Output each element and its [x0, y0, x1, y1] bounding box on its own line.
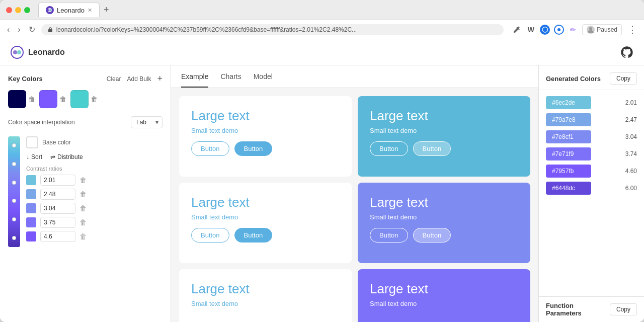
ratio-input-4[interactable]	[40, 217, 75, 228]
ratio-delete-5[interactable]: 🗑	[79, 232, 87, 240]
forward-button[interactable]: ›	[16, 24, 22, 35]
card-1-button-2[interactable]: Button	[234, 141, 273, 156]
card-2-large-text: Large text	[370, 108, 518, 124]
add-bulk-link[interactable]: Add Bulk	[127, 75, 151, 83]
ratio-input-5[interactable]	[40, 231, 75, 242]
card-4-button-2[interactable]: Button	[413, 228, 451, 243]
ratio-delete-2[interactable]: 🗑	[79, 190, 87, 198]
ratio-input-3[interactable]	[40, 203, 75, 214]
ratio-swatch-1[interactable]	[26, 175, 36, 185]
add-color-button[interactable]: +	[157, 73, 163, 84]
sort-button[interactable]: ↓ Sort	[26, 153, 42, 160]
target-icon[interactable]	[554, 25, 564, 35]
browser-window: Leonardo ✕ + ‹ › ↻ leonardocolor.io/?col…	[0, 0, 644, 322]
interpolation-row: Color space interpolation Lab LCH HSL RG…	[8, 116, 163, 128]
key-colors-header: Key Colors Clear Add Bulk +	[8, 73, 163, 84]
card-4-button-1[interactable]: Button	[370, 228, 408, 243]
ratio-input-2[interactable]	[40, 189, 75, 200]
preview-card-4: Large text Small text demo Button Button	[358, 183, 530, 263]
ratio-delete-1[interactable]: 🗑	[79, 176, 87, 184]
ratio-delete-3[interactable]: 🗑	[79, 204, 87, 212]
ratio-row-2: 🗑	[26, 189, 163, 200]
ramp-dots	[8, 136, 20, 247]
ramp-dot	[12, 217, 16, 221]
generated-colors-header: Generated Colors Copy	[539, 65, 644, 90]
clear-link[interactable]: Clear	[107, 75, 121, 83]
maximize-traffic-light[interactable]	[24, 7, 30, 13]
eyedropper-icon[interactable]	[512, 25, 522, 35]
key-colors-label: Key Colors	[8, 75, 43, 83]
card-2-button-1[interactable]: Button	[370, 141, 408, 156]
w-icon[interactable]: W	[526, 25, 536, 35]
tab-favicon	[46, 6, 54, 14]
avatar-icon	[587, 26, 595, 34]
delete-swatch-3[interactable]: 🗑	[91, 95, 98, 103]
gen-color-chip-1[interactable]: #6ec2de	[546, 96, 591, 109]
card-5-large-text: Large text	[191, 281, 340, 297]
generated-colors-copy-button[interactable]: Copy	[610, 72, 637, 85]
tab-model[interactable]: Model	[254, 65, 273, 88]
tab-title: Leonardo	[57, 7, 85, 14]
tab-charts[interactable]: Charts	[220, 65, 241, 88]
gen-color-chip-2[interactable]: #79a7e8	[546, 113, 591, 126]
function-params-title: Function Parameters	[546, 302, 610, 317]
gen-color-row-2: #79a7e8 2.47	[539, 111, 644, 128]
ratio-swatch-4[interactable]	[26, 217, 36, 227]
color-swatch-purple[interactable]	[39, 90, 57, 108]
ratio-delete-4[interactable]: 🗑	[79, 218, 87, 226]
paused-button[interactable]: Paused	[582, 24, 622, 35]
card-4-small-text: Small text demo	[370, 213, 518, 221]
tab-close-button[interactable]: ✕	[88, 7, 92, 14]
minimize-traffic-light[interactable]	[15, 7, 21, 13]
swatch-container-1: 🗑	[8, 90, 35, 108]
delete-swatch-2[interactable]: 🗑	[59, 95, 66, 103]
gen-color-row-5: #7957fb 4.60	[539, 163, 644, 180]
interpolation-select[interactable]: Lab LCH HSL RGB	[131, 116, 163, 128]
ratio-swatch-3[interactable]	[26, 203, 36, 213]
circle-icon[interactable]: ◯	[540, 25, 550, 35]
card-4-large-text: Large text	[370, 195, 518, 210]
address-bar: ‹ › ↻ leonardocolor.io/?colorKeys=%23000…	[0, 20, 644, 39]
gen-color-chip-5[interactable]: #7957fb	[546, 165, 591, 178]
svg-point-7	[13, 50, 17, 54]
gen-color-chip-6[interactable]: #6448dc	[546, 182, 591, 195]
function-params-copy-button[interactable]: Copy	[610, 303, 637, 315]
url-box[interactable]: leonardocolor.io/?colorKeys=%2300004f%2C…	[41, 24, 504, 35]
delete-swatch-1[interactable]: 🗑	[28, 95, 35, 103]
browser-tab[interactable]: Leonardo ✕	[38, 3, 100, 17]
card-2-small-text: Small text demo	[370, 127, 518, 134]
browser-menu-button[interactable]: ⋮	[626, 23, 639, 36]
card-3-button-2[interactable]: Button	[234, 228, 273, 243]
tab-example[interactable]: Example	[181, 65, 208, 88]
distribute-button[interactable]: ⇌ Distribute	[50, 153, 83, 160]
ramp-dot	[12, 143, 16, 147]
card-1-large-text: Large text	[191, 108, 340, 124]
pen-icon[interactable]: ✏	[568, 25, 578, 35]
gen-color-row-6: #6448dc 6.00	[539, 180, 644, 197]
title-bar: Leonardo ✕ +	[0, 0, 644, 20]
card-3-buttons: Button Button	[191, 228, 340, 243]
ratio-swatch-2[interactable]	[26, 189, 36, 199]
new-tab-button[interactable]: +	[100, 5, 113, 15]
gen-color-chip-4[interactable]: #7e71f9	[546, 147, 591, 160]
ratio-swatch-5[interactable]	[26, 231, 36, 242]
card-1-button-1[interactable]: Button	[191, 141, 229, 156]
card-3-button-1[interactable]: Button	[191, 228, 229, 243]
ratios-section: Base color ↓ Sort ⇌ Distribute	[26, 136, 163, 247]
right-panel: Generated Colors Copy #6ec2de 2.01 #79a7…	[538, 65, 644, 322]
close-traffic-light[interactable]	[6, 7, 12, 13]
base-color-swatch[interactable]	[26, 136, 38, 148]
back-button[interactable]: ‹	[5, 24, 12, 35]
generated-colors-title: Generated Colors	[546, 75, 601, 83]
interpolation-label: Color space interpolation	[8, 119, 75, 126]
ratio-input-1[interactable]	[40, 175, 75, 186]
card-6-small-text: Small text demo	[370, 300, 518, 307]
card-2-button-2[interactable]: Button	[413, 141, 451, 156]
color-swatch-teal[interactable]	[70, 90, 89, 108]
github-icon[interactable]	[620, 45, 634, 59]
reload-button[interactable]: ↻	[27, 24, 37, 35]
gen-color-row-1: #6ec2de 2.01	[539, 94, 644, 111]
color-swatch-dark-blue[interactable]	[8, 90, 26, 108]
gen-color-chip-3[interactable]: #7e8cf1	[546, 130, 591, 143]
card-4-buttons: Button Button	[370, 228, 518, 243]
